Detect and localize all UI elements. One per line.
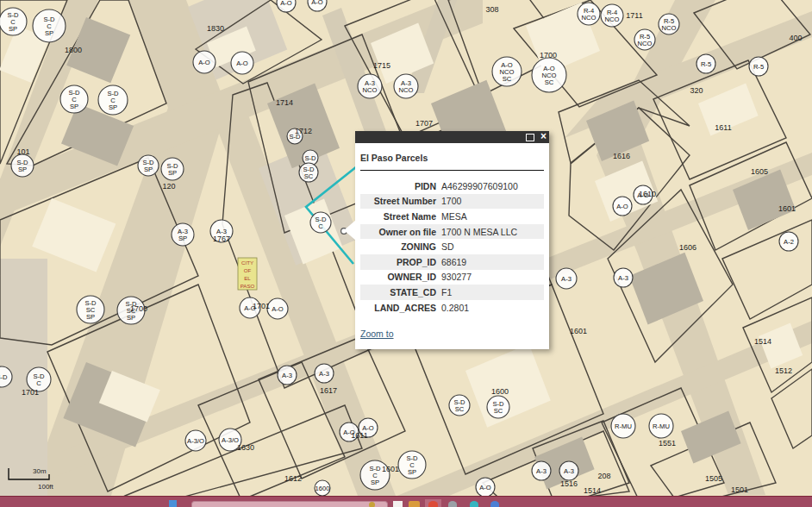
svg-text:SP: SP — [45, 29, 53, 37]
svg-text:1611: 1611 — [715, 123, 731, 132]
svg-text:A-3: A-3 — [564, 467, 574, 475]
svg-text:SP: SP — [9, 25, 17, 33]
svg-text:1501: 1501 — [731, 485, 748, 494]
svg-text:1610: 1610 — [639, 190, 656, 198]
svg-text:A-3: A-3 — [282, 372, 292, 379]
svg-text:1714: 1714 — [276, 98, 293, 107]
svg-text:1767: 1767 — [213, 235, 230, 243]
svg-text:1711: 1711 — [626, 11, 642, 20]
svg-text:SP: SP — [70, 103, 78, 110]
svg-text:A-O: A-O — [236, 59, 248, 67]
svg-text:1617: 1617 — [320, 386, 337, 395]
svg-text:1612: 1612 — [284, 474, 302, 483]
svg-text:SP: SP — [408, 468, 416, 476]
svg-text:R-5: R-5 — [753, 63, 764, 71]
svg-text:1514: 1514 — [584, 486, 601, 495]
svg-text:1700: 1700 — [540, 51, 557, 59]
svg-text:OF: OF — [244, 267, 252, 273]
svg-text:1601: 1601 — [382, 465, 399, 473]
svg-text:A-3: A-3 — [561, 275, 572, 283]
svg-text:SP: SP — [86, 313, 95, 321]
svg-text:A-2: A-2 — [784, 238, 794, 246]
svg-text:NCO: NCO — [605, 16, 620, 23]
svg-text:1601: 1601 — [570, 327, 587, 335]
svg-text:1800: 1800 — [65, 46, 82, 54]
svg-text:SP: SP — [18, 166, 27, 173]
svg-text:1600: 1600 — [315, 485, 330, 492]
svg-text:1600: 1600 — [491, 387, 509, 396]
svg-text:SP: SP — [168, 169, 177, 177]
svg-text:100ft: 100ft — [38, 483, 54, 491]
svg-text:A-3: A-3 — [319, 370, 329, 378]
svg-text:NCO: NCO — [582, 14, 597, 22]
svg-text:A-O: A-O — [616, 203, 628, 210]
svg-text:PASO: PASO — [240, 283, 255, 289]
svg-text:1701: 1701 — [22, 388, 39, 397]
svg-text:SP: SP — [109, 103, 117, 111]
svg-text:1505: 1505 — [705, 474, 722, 483]
svg-text:1712: 1712 — [295, 127, 312, 135]
svg-text:NCO: NCO — [662, 24, 677, 32]
svg-text:A-3: A-3 — [618, 274, 628, 282]
svg-text:A-O: A-O — [311, 0, 323, 6]
svg-text:120: 120 — [162, 182, 175, 191]
svg-text:1606: 1606 — [679, 243, 696, 252]
svg-text:SP: SP — [127, 314, 135, 322]
svg-text:1701: 1701 — [253, 302, 270, 310]
svg-text:EL: EL — [244, 275, 251, 281]
svg-text:1616: 1616 — [613, 152, 630, 160]
svg-text:1611: 1611 — [351, 431, 367, 440]
svg-text:SP: SP — [371, 479, 379, 486]
svg-text:SC: SC — [494, 407, 503, 415]
svg-text:308: 308 — [485, 5, 498, 14]
svg-text:208: 208 — [597, 472, 610, 480]
svg-text:1512: 1512 — [775, 366, 792, 375]
svg-text:NCO: NCO — [363, 86, 378, 94]
svg-text:C: C — [36, 379, 41, 387]
svg-text:NCO: NCO — [399, 86, 414, 94]
svg-text:A-O: A-O — [280, 0, 292, 7]
svg-text:SC: SC — [545, 78, 554, 86]
svg-text:SC: SC — [455, 405, 465, 413]
svg-text:320: 320 — [690, 86, 703, 95]
svg-text:1830: 1830 — [207, 24, 224, 33]
svg-text:30m: 30m — [33, 467, 47, 475]
svg-text:C: C — [318, 222, 323, 230]
svg-text:1516: 1516 — [560, 479, 578, 488]
svg-text:SP: SP — [144, 166, 153, 173]
svg-text:S-D: S-D — [0, 373, 8, 381]
svg-text:1715: 1715 — [373, 61, 390, 70]
svg-text:A-3/O: A-3/O — [187, 437, 204, 445]
svg-text:SC: SC — [503, 75, 512, 83]
svg-text:A-O: A-O — [272, 305, 284, 313]
svg-text:R-5: R-5 — [701, 60, 711, 68]
svg-text:1605: 1605 — [751, 167, 768, 176]
svg-text:S-D: S-D — [304, 154, 316, 162]
svg-text:R-MU: R-MU — [653, 422, 670, 430]
svg-text:1707: 1707 — [415, 119, 433, 128]
svg-text:1551: 1551 — [659, 439, 676, 448]
svg-text:SC: SC — [304, 172, 314, 180]
svg-text:400: 400 — [789, 34, 802, 42]
svg-text:A-3: A-3 — [536, 467, 547, 475]
svg-text:A-O: A-O — [198, 59, 210, 66]
svg-text:101: 101 — [16, 147, 29, 156]
svg-text:1601: 1601 — [778, 204, 796, 213]
svg-text:CITY: CITY — [241, 260, 253, 266]
svg-text:NCO: NCO — [638, 40, 653, 47]
svg-text:SP: SP — [178, 235, 187, 242]
svg-text:A-O: A-O — [479, 484, 491, 491]
svg-text:1700: 1700 — [130, 304, 147, 313]
svg-text:R-MU: R-MU — [615, 422, 632, 430]
svg-text:1514: 1514 — [754, 337, 771, 346]
svg-text:1630: 1630 — [237, 443, 254, 452]
